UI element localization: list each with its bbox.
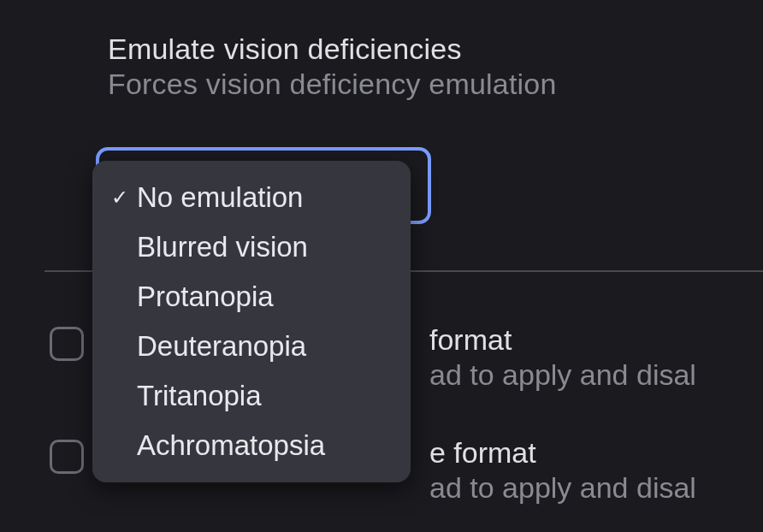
dropdown-item-tritanopia[interactable]: Tritanopia bbox=[92, 371, 411, 421]
dropdown-item-achromatopsia[interactable]: Achromatopsia bbox=[92, 421, 411, 470]
dropdown-item-label: Protanopia bbox=[137, 281, 392, 313]
dropdown-item-label: Blurred vision bbox=[137, 231, 392, 263]
dropdown-item-label: Tritanopia bbox=[137, 380, 392, 412]
dropdown-item-label: Deuteranopia bbox=[137, 330, 392, 363]
section-description: Forces vision deficiency emulation bbox=[108, 68, 763, 101]
format-checkbox-2[interactable] bbox=[50, 440, 84, 474]
format-title-1: format bbox=[429, 323, 696, 357]
vision-deficiency-section: Emulate vision deficiencies Forces visio… bbox=[0, 0, 763, 101]
format-checkbox-1[interactable] bbox=[50, 327, 84, 361]
check-icon: ✓ bbox=[111, 186, 130, 210]
dropdown-item-blurred-vision[interactable]: Blurred vision bbox=[92, 222, 411, 272]
dropdown-item-protanopia[interactable]: Protanopia bbox=[92, 272, 411, 322]
dropdown-item-label: No emulation bbox=[137, 181, 392, 214]
format-title-2: e format bbox=[429, 436, 696, 470]
section-title: Emulate vision deficiencies bbox=[108, 33, 763, 66]
vision-deficiency-dropdown: ✓ No emulation Blurred vision Protanopia… bbox=[92, 161, 411, 482]
format-desc-1: ad to apply and disal bbox=[429, 358, 696, 392]
dropdown-item-deuteranopia[interactable]: Deuteranopia bbox=[92, 322, 411, 371]
dropdown-item-no-emulation[interactable]: ✓ No emulation bbox=[92, 173, 411, 222]
format-desc-2: ad to apply and disal bbox=[429, 471, 696, 505]
dropdown-item-label: Achromatopsia bbox=[137, 429, 392, 462]
